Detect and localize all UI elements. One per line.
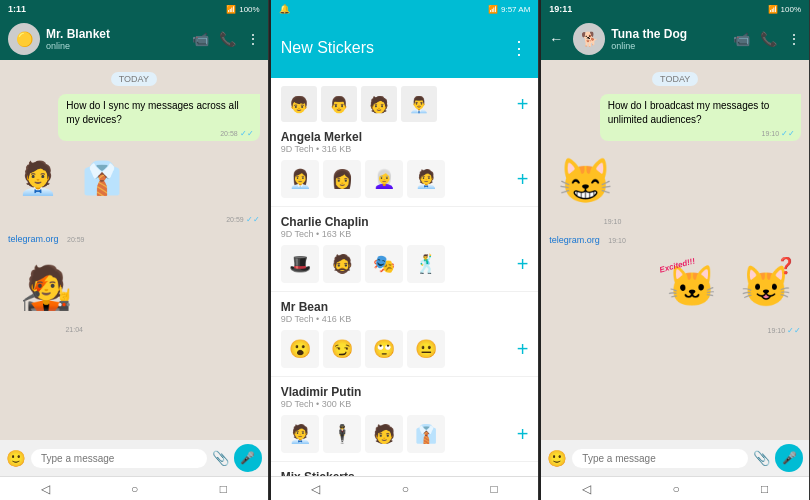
recents-nav-2[interactable]: □	[490, 482, 497, 496]
sticker-pack-angela-merkel: Angela Merkel 9D Tech • 316 KB 👩‍💼 👩 👩‍🦳…	[271, 122, 539, 207]
message-3: How do I broadcast my messages to unlimi…	[600, 94, 801, 141]
message-input-3[interactable]	[572, 449, 748, 468]
message-time-1: 20:58 ✓✓	[220, 128, 253, 139]
sticker-thumb-charlie-3: 🎭	[365, 245, 403, 283]
time-2: 🔔	[279, 4, 290, 14]
header-icons-3: 📹 📞 ⋮	[733, 31, 801, 47]
back-nav-3[interactable]: ◁	[582, 482, 591, 496]
status-icons-2: 📶 9:57 AM	[488, 5, 530, 14]
panel-stickers: 🔔 📶 9:57 AM New Stickers ⋮ 👦 👨 🧑 👨‍💼 + A…	[271, 0, 540, 500]
sticker-1a: 🧑‍💼	[8, 145, 68, 210]
voice-call-icon-1[interactable]: 📞	[219, 31, 236, 47]
sticker-excited-container: 🐱 Excited!!!	[657, 251, 727, 321]
back-nav-1[interactable]: ◁	[41, 482, 50, 496]
more-options-icon-3[interactable]: ⋮	[787, 31, 801, 47]
sticker-list-title: New Stickers	[281, 39, 505, 57]
sticker-time-out-3: 19:10 ✓✓	[768, 326, 801, 335]
tick-icon-3: ✓✓	[781, 129, 795, 138]
pack-items-angela: 👩‍💼 👩 👩‍🦳 🧑‍💼 +	[281, 160, 529, 198]
telegram-time-3: 19:10	[608, 237, 626, 244]
chat-body-3: TODAY How do I broadcast my messages to …	[541, 60, 809, 440]
top-sticker-1: 👦	[281, 86, 317, 122]
emoji-icon-1[interactable]: 🙂	[6, 449, 26, 468]
input-bar-1: 🙂 📎 🎤	[0, 440, 268, 476]
pack-items-bean: 😮 😏 🙄 😐 +	[281, 330, 529, 368]
add-sticker-top[interactable]: +	[517, 93, 529, 116]
chat-header-3: ← 🐕 Tuna the Dog online 📹 📞 ⋮	[541, 18, 809, 60]
time-1: 1:11	[8, 4, 26, 14]
attach-icon-1[interactable]: 📎	[212, 450, 229, 466]
contact-name-1: Mr. Blanket	[46, 27, 186, 41]
battery-icon-1: 100%	[239, 5, 259, 14]
pack-name-angela: Angela Merkel	[281, 130, 529, 144]
sticker-pack-mr-bean: Mr Bean 9D Tech • 416 KB 😮 😏 🙄 😐 +	[271, 292, 539, 377]
sticker-pack-charlie-chaplin: Charlie Chaplin 9D Tech • 163 KB 🎩 🧔 🎭 🕺…	[271, 207, 539, 292]
contact-name-3: Tuna the Dog	[611, 27, 727, 41]
voice-call-icon-3[interactable]: 📞	[760, 31, 777, 47]
message-input-1[interactable]	[31, 449, 207, 468]
video-call-icon-1[interactable]: 📹	[192, 31, 209, 47]
nav-bar-2: ◁ ○ □	[271, 476, 539, 500]
sticker-thumb-bean-4: 😐	[407, 330, 445, 368]
sticker-single-1: 🧑‍🎤 21:04	[8, 250, 83, 333]
video-call-icon-3[interactable]: 📹	[733, 31, 750, 47]
pack-name-putin: Vladimir Putin	[281, 385, 529, 399]
top-sticker-3: 🧑	[361, 86, 397, 122]
nav-bar-3: ◁ ○ □	[541, 476, 809, 500]
sticker-thumb-putin-1: 🧑‍💼	[281, 415, 319, 453]
tick-icon-1: ✓✓	[240, 129, 254, 138]
sticker-more-icon[interactable]: ⋮	[510, 37, 528, 59]
recents-nav-3[interactable]: □	[761, 482, 768, 496]
chat-header-1: 🟡 Mr. Blanket online 📹 📞 ⋮	[0, 18, 268, 60]
more-options-icon-1[interactable]: ⋮	[246, 31, 260, 47]
header-info-1: Mr. Blanket online	[46, 27, 186, 51]
emoji-icon-3[interactable]: 🙂	[547, 449, 567, 468]
sticker-img-cat: 😸	[549, 145, 621, 217]
status-bar-2: 🔔 📶 9:57 AM	[271, 0, 539, 18]
top-sticker-2: 👨	[321, 86, 357, 122]
time-display-2: 9:57 AM	[501, 5, 530, 14]
sticker-1b: 👔	[72, 145, 132, 210]
contact-status-1: online	[46, 41, 186, 51]
status-bar-3: 19:11 📶 100%	[541, 0, 809, 18]
message-time-3: 19:10 ✓✓	[762, 128, 795, 139]
home-nav-3[interactable]: ○	[672, 482, 679, 496]
telegram-link-3[interactable]: telegram.org 19:10	[549, 229, 801, 247]
telegram-link-1[interactable]: telegram.org 20:59	[8, 228, 260, 246]
telegram-time-1: 20:59	[67, 236, 85, 243]
pack-info-bean: Mr Bean 9D Tech • 416 KB	[281, 300, 529, 324]
sticker-thumb-angela-1: 👩‍💼	[281, 160, 319, 198]
add-charlie-button[interactable]: +	[517, 253, 529, 276]
add-bean-button[interactable]: +	[517, 338, 529, 361]
pack-name-bean: Mr Bean	[281, 300, 529, 314]
attach-icon-3[interactable]: 📎	[753, 450, 770, 466]
top-sticker-row: 👦 👨 🧑 👨‍💼 +	[271, 78, 539, 122]
sticker-thumb-putin-4: 👔	[407, 415, 445, 453]
sticker-thumb-putin-3: 🧑	[365, 415, 403, 453]
message-text-1: How do I sync my messages across all my …	[66, 100, 238, 125]
panel-tuna-dog: 19:11 📶 100% ← 🐕 Tuna the Dog online 📹 📞…	[541, 0, 810, 500]
sticker-thumb-bean-3: 🙄	[365, 330, 403, 368]
sticker-cat-question: 😺 ❓	[731, 251, 801, 321]
back-button-3[interactable]: ←	[549, 31, 563, 47]
recents-nav-1[interactable]: □	[220, 482, 227, 496]
mic-button-3[interactable]: 🎤	[775, 444, 803, 472]
message-text-3: How do I broadcast my messages to unlimi…	[608, 100, 770, 125]
back-nav-2[interactable]: ◁	[311, 482, 320, 496]
avatar-1: 🟡	[8, 23, 40, 55]
mic-button-1[interactable]: 🎤	[234, 444, 262, 472]
pack-meta-charlie: 9D Tech • 163 KB	[281, 229, 529, 239]
status-icons-1: 📶 100%	[226, 5, 259, 14]
pack-items-charlie: 🎩 🧔 🎭 🕺 +	[281, 245, 529, 283]
date-badge-3: TODAY	[652, 72, 698, 86]
signal-icon-3: 📶	[768, 5, 778, 14]
sticker-thumb-charlie-1: 🎩	[281, 245, 319, 283]
sticker-img-1: 🧑‍🎤	[8, 250, 83, 325]
header-icons-1: 📹 📞 ⋮	[192, 31, 260, 47]
home-nav-2[interactable]: ○	[402, 482, 409, 496]
message-1: How do I sync my messages across all my …	[58, 94, 259, 141]
pack-info-charlie: Charlie Chaplin 9D Tech • 163 KB	[281, 215, 529, 239]
home-nav-1[interactable]: ○	[131, 482, 138, 496]
add-putin-button[interactable]: +	[517, 423, 529, 446]
add-angela-button[interactable]: +	[517, 168, 529, 191]
